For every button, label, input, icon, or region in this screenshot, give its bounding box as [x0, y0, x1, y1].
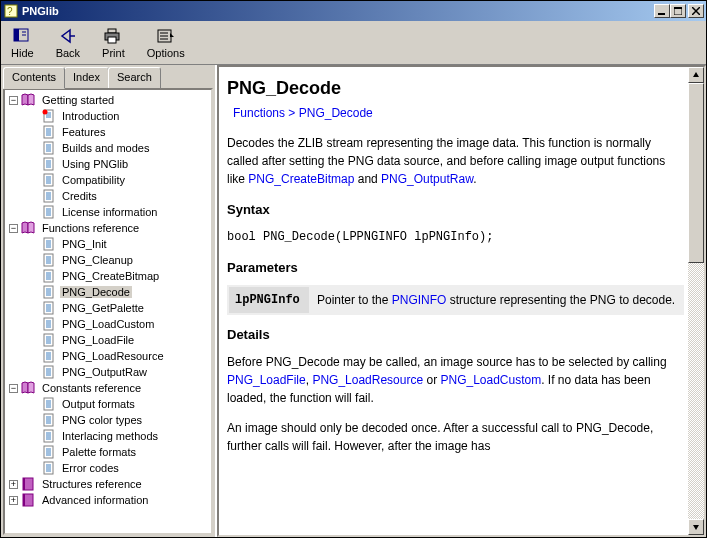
page-icon	[41, 317, 57, 331]
tree-item[interactable]: PNG_LoadCustom	[7, 316, 209, 332]
link-createbitmap[interactable]: PNG_CreateBitmap	[248, 172, 354, 186]
tree-item[interactable]: Interlacing methods	[7, 428, 209, 444]
page-icon	[41, 429, 57, 443]
intro-paragraph: Decodes the ZLIB stream representing the…	[227, 134, 684, 188]
tree-label: Compatibility	[60, 174, 127, 186]
page-icon	[41, 269, 57, 283]
svg-point-23	[43, 110, 48, 115]
svg-rect-49	[44, 206, 53, 218]
tree-item[interactable]: PNG_GetPalette	[7, 300, 209, 316]
breadcrumb-current[interactable]: PNG_Decode	[299, 106, 373, 120]
scrollbar[interactable]	[688, 67, 704, 535]
tree-section[interactable]: +Advanced information	[7, 492, 209, 508]
tree-section[interactable]: −Constants reference	[7, 380, 209, 396]
link-loadcustom[interactable]: PNG_LoadCustom	[440, 373, 541, 387]
tree-item[interactable]: PNG_LoadResource	[7, 348, 209, 364]
tree-item[interactable]: Error codes	[7, 460, 209, 476]
tree-item[interactable]: Builds and modes	[7, 140, 209, 156]
parameters-table: lpPNGInfo Pointer to the PNGINFO structu…	[227, 285, 684, 315]
param-desc: Pointer to the PNGINFO structure represe…	[311, 287, 682, 313]
expand-icon[interactable]: +	[9, 496, 18, 505]
tree-item[interactable]: PNG_Init	[7, 236, 209, 252]
tree-item[interactable]: PNG_CreateBitmap	[7, 268, 209, 284]
table-row: lpPNGInfo Pointer to the PNGINFO structu…	[229, 287, 682, 313]
expand-icon[interactable]: +	[9, 480, 18, 489]
tree-item[interactable]: PNG_Cleanup	[7, 252, 209, 268]
tree-label: PNG_LoadCustom	[60, 318, 156, 330]
tree-label: Functions reference	[40, 222, 141, 234]
scroll-track[interactable]	[688, 83, 704, 519]
back-icon	[58, 26, 78, 46]
minimize-button[interactable]	[654, 4, 670, 18]
tree-label: Builds and modes	[60, 142, 151, 154]
tree-section[interactable]: −Getting started	[7, 92, 209, 108]
navigation-pane: Contents Index Search −Getting startedIn…	[1, 65, 217, 537]
tree-item[interactable]: Introduction	[7, 108, 209, 124]
maximize-button[interactable]	[670, 4, 686, 18]
breadcrumb-functions[interactable]: Functions	[233, 106, 285, 120]
tab-contents[interactable]: Contents	[3, 67, 65, 89]
link-pnginfo[interactable]: PNGINFO	[392, 293, 447, 307]
collapse-icon[interactable]: −	[9, 384, 18, 393]
tree-item[interactable]: PNG_Decode	[7, 284, 209, 300]
tab-search[interactable]: Search	[108, 67, 161, 88]
hide-button[interactable]: Hide	[7, 24, 38, 61]
tree-label: PNG_LoadResource	[60, 350, 166, 362]
tree-item[interactable]: Palette formats	[7, 444, 209, 460]
page-icon	[41, 109, 57, 123]
tree-label: Using PNGlib	[60, 158, 130, 170]
tree-item[interactable]: Compatibility	[7, 172, 209, 188]
options-icon	[156, 26, 176, 46]
tree-label: PNG_Init	[60, 238, 109, 250]
page-icon	[41, 301, 57, 315]
tree-section[interactable]: −Functions reference	[7, 220, 209, 236]
tree-item[interactable]: PNG_OutputRaw	[7, 364, 209, 380]
tree-label: Interlacing methods	[60, 430, 160, 442]
svg-rect-104	[44, 414, 53, 426]
tree-section[interactable]: +Structures reference	[7, 476, 209, 492]
page-icon	[41, 333, 57, 347]
window-title: PNGlib	[22, 5, 654, 17]
tree-label: PNG_CreateBitmap	[60, 270, 161, 282]
heading-details: Details	[227, 325, 684, 345]
page-icon	[41, 285, 57, 299]
svg-rect-114	[44, 446, 53, 458]
page-icon	[41, 205, 57, 219]
svg-rect-64	[44, 270, 53, 282]
close-button[interactable]	[688, 4, 704, 18]
page-icon	[41, 189, 57, 203]
scroll-up-button[interactable]	[688, 67, 704, 83]
svg-rect-74	[44, 302, 53, 314]
tree-item[interactable]: PNG_LoadFile	[7, 332, 209, 348]
link-loadresource[interactable]: PNG_LoadResource	[312, 373, 423, 387]
back-button[interactable]: Back	[52, 24, 84, 61]
scroll-thumb[interactable]	[688, 83, 704, 263]
collapse-icon[interactable]: −	[9, 96, 18, 105]
scroll-down-button[interactable]	[688, 519, 704, 535]
tree-item[interactable]: Using PNGlib	[7, 156, 209, 172]
breadcrumb: Functions > PNG_Decode	[233, 104, 684, 122]
tree-item[interactable]: License information	[7, 204, 209, 220]
svg-rect-54	[44, 238, 53, 250]
contents-tree[interactable]: −Getting startedIntroductionFeaturesBuil…	[3, 88, 213, 535]
tree-item[interactable]: Credits	[7, 188, 209, 204]
page-icon	[41, 125, 57, 139]
print-button[interactable]: Print	[98, 24, 129, 61]
tab-index[interactable]: Index	[64, 67, 109, 88]
tree-label: Constants reference	[40, 382, 143, 394]
options-button[interactable]: Options	[143, 24, 189, 61]
tree-item[interactable]: Features	[7, 124, 209, 140]
page-icon	[41, 237, 57, 251]
page-icon	[41, 445, 57, 459]
page-icon	[41, 365, 57, 379]
link-loadfile[interactable]: PNG_LoadFile	[227, 373, 306, 387]
link-outputraw[interactable]: PNG_OutputRaw	[381, 172, 473, 186]
svg-rect-89	[44, 350, 53, 362]
svg-rect-2	[658, 13, 665, 15]
collapse-icon[interactable]: −	[9, 224, 18, 233]
tree-item[interactable]: PNG color types	[7, 412, 209, 428]
tree-item[interactable]: Output formats	[7, 396, 209, 412]
param-name: lpPNGInfo	[229, 287, 309, 313]
tree-label: Credits	[60, 190, 99, 202]
tree-label: PNG color types	[60, 414, 144, 426]
